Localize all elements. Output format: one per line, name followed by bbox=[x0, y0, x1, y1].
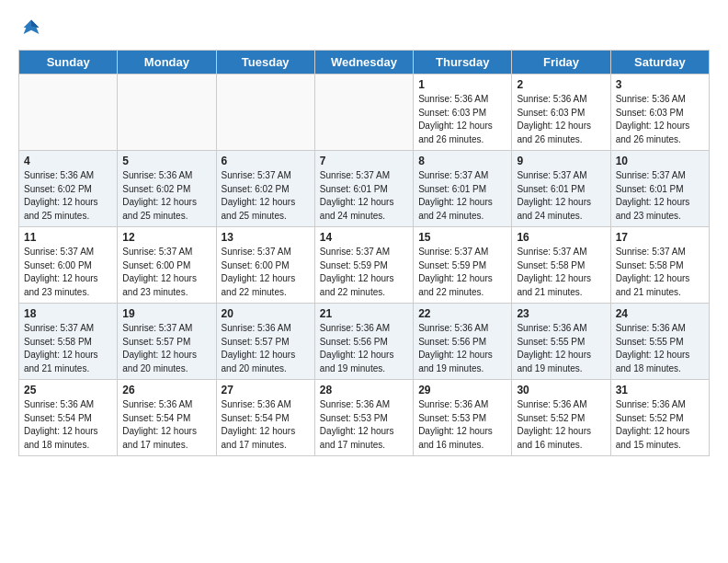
day-info: Sunrise: 5:37 AM Sunset: 6:00 PM Dayligh… bbox=[122, 246, 210, 299]
calendar-cell: 3Sunrise: 5:36 AM Sunset: 6:03 PM Daylig… bbox=[610, 75, 709, 151]
weekday-header-tuesday: Tuesday bbox=[216, 51, 314, 75]
day-number: 30 bbox=[517, 384, 605, 396]
day-number: 11 bbox=[24, 231, 112, 244]
day-number: 12 bbox=[122, 231, 210, 244]
day-number: 26 bbox=[122, 384, 210, 396]
calendar-cell: 4Sunrise: 5:36 AM Sunset: 6:02 PM Daylig… bbox=[19, 151, 118, 227]
day-number: 9 bbox=[517, 155, 605, 167]
calendar-cell bbox=[19, 75, 118, 151]
day-number: 13 bbox=[222, 231, 310, 244]
day-info: Sunrise: 5:36 AM Sunset: 6:02 PM Dayligh… bbox=[24, 169, 112, 223]
day-number: 23 bbox=[517, 307, 605, 320]
calendar-cell: 2Sunrise: 5:36 AM Sunset: 6:03 PM Daylig… bbox=[512, 75, 610, 151]
calendar-cell: 15Sunrise: 5:37 AM Sunset: 5:59 PM Dayli… bbox=[414, 227, 512, 304]
calendar-cell: 19Sunrise: 5:37 AM Sunset: 5:57 PM Dayli… bbox=[118, 304, 216, 380]
day-number: 19 bbox=[122, 307, 210, 320]
calendar-cell: 28Sunrise: 5:36 AM Sunset: 5:53 PM Dayli… bbox=[314, 380, 413, 456]
calendar-cell: 11Sunrise: 5:37 AM Sunset: 6:00 PM Dayli… bbox=[19, 227, 118, 304]
day-number: 17 bbox=[616, 231, 704, 244]
calendar-cell: 17Sunrise: 5:37 AM Sunset: 5:58 PM Dayli… bbox=[610, 227, 709, 304]
day-number: 15 bbox=[418, 231, 506, 244]
calendar-cell: 8Sunrise: 5:37 AM Sunset: 6:01 PM Daylig… bbox=[414, 151, 512, 227]
day-number: 21 bbox=[320, 307, 408, 320]
calendar-cell: 22Sunrise: 5:36 AM Sunset: 5:56 PM Dayli… bbox=[414, 304, 512, 380]
calendar: SundayMondayTuesdayWednesdayThursdayFrid… bbox=[18, 50, 710, 456]
calendar-cell: 9Sunrise: 5:37 AM Sunset: 6:01 PM Daylig… bbox=[512, 151, 610, 227]
logo bbox=[18, 15, 48, 40]
day-number: 1 bbox=[418, 78, 506, 91]
calendar-cell: 7Sunrise: 5:37 AM Sunset: 6:01 PM Daylig… bbox=[314, 151, 413, 227]
day-number: 6 bbox=[222, 155, 310, 167]
day-number: 27 bbox=[222, 384, 310, 396]
weekday-header-friday: Friday bbox=[512, 51, 610, 75]
day-info: Sunrise: 5:37 AM Sunset: 6:01 PM Dayligh… bbox=[418, 169, 506, 223]
calendar-cell: 27Sunrise: 5:36 AM Sunset: 5:54 PM Dayli… bbox=[216, 380, 314, 456]
day-info: Sunrise: 5:37 AM Sunset: 6:02 PM Dayligh… bbox=[222, 169, 310, 223]
calendar-cell: 26Sunrise: 5:36 AM Sunset: 5:54 PM Dayli… bbox=[118, 380, 216, 456]
calendar-cell: 20Sunrise: 5:36 AM Sunset: 5:57 PM Dayli… bbox=[216, 304, 314, 380]
calendar-cell: 14Sunrise: 5:37 AM Sunset: 5:59 PM Dayli… bbox=[314, 227, 413, 304]
day-info: Sunrise: 5:37 AM Sunset: 5:58 PM Dayligh… bbox=[517, 246, 605, 299]
day-number: 24 bbox=[616, 307, 704, 320]
day-info: Sunrise: 5:36 AM Sunset: 5:55 PM Dayligh… bbox=[616, 322, 704, 375]
day-info: Sunrise: 5:36 AM Sunset: 5:56 PM Dayligh… bbox=[320, 322, 408, 375]
weekday-header-saturday: Saturday bbox=[610, 51, 709, 75]
logo-icon bbox=[18, 15, 44, 40]
calendar-cell: 5Sunrise: 5:36 AM Sunset: 6:02 PM Daylig… bbox=[118, 151, 216, 227]
day-number: 14 bbox=[320, 231, 408, 244]
day-number: 4 bbox=[24, 155, 112, 167]
day-number: 18 bbox=[24, 307, 112, 320]
calendar-cell: 25Sunrise: 5:36 AM Sunset: 5:54 PM Dayli… bbox=[19, 380, 118, 456]
calendar-cell bbox=[314, 75, 413, 151]
calendar-cell: 31Sunrise: 5:36 AM Sunset: 5:52 PM Dayli… bbox=[610, 380, 709, 456]
day-info: Sunrise: 5:37 AM Sunset: 6:01 PM Dayligh… bbox=[517, 169, 605, 223]
day-number: 2 bbox=[517, 78, 605, 91]
day-info: Sunrise: 5:36 AM Sunset: 6:03 PM Dayligh… bbox=[418, 93, 506, 146]
day-info: Sunrise: 5:36 AM Sunset: 5:55 PM Dayligh… bbox=[517, 322, 605, 375]
day-number: 16 bbox=[517, 231, 605, 244]
day-info: Sunrise: 5:37 AM Sunset: 5:59 PM Dayligh… bbox=[418, 246, 506, 299]
day-number: 5 bbox=[122, 155, 210, 167]
day-info: Sunrise: 5:36 AM Sunset: 6:03 PM Dayligh… bbox=[616, 93, 704, 146]
day-info: Sunrise: 5:36 AM Sunset: 5:54 PM Dayligh… bbox=[122, 398, 210, 452]
day-info: Sunrise: 5:36 AM Sunset: 5:57 PM Dayligh… bbox=[222, 322, 310, 375]
calendar-cell: 1Sunrise: 5:36 AM Sunset: 6:03 PM Daylig… bbox=[414, 75, 512, 151]
calendar-cell: 29Sunrise: 5:36 AM Sunset: 5:53 PM Dayli… bbox=[414, 380, 512, 456]
day-number: 20 bbox=[222, 307, 310, 320]
day-number: 28 bbox=[320, 384, 408, 396]
day-info: Sunrise: 5:37 AM Sunset: 6:00 PM Dayligh… bbox=[24, 246, 112, 299]
day-number: 22 bbox=[418, 307, 506, 320]
calendar-cell: 30Sunrise: 5:36 AM Sunset: 5:52 PM Dayli… bbox=[512, 380, 610, 456]
svg-marker-1 bbox=[31, 20, 39, 28]
day-number: 7 bbox=[320, 155, 408, 167]
calendar-cell: 18Sunrise: 5:37 AM Sunset: 5:58 PM Dayli… bbox=[19, 304, 118, 380]
weekday-header-monday: Monday bbox=[118, 51, 216, 75]
day-info: Sunrise: 5:37 AM Sunset: 5:58 PM Dayligh… bbox=[24, 322, 112, 375]
day-info: Sunrise: 5:37 AM Sunset: 6:00 PM Dayligh… bbox=[222, 246, 310, 299]
day-info: Sunrise: 5:36 AM Sunset: 5:52 PM Dayligh… bbox=[517, 398, 605, 452]
calendar-cell: 21Sunrise: 5:36 AM Sunset: 5:56 PM Dayli… bbox=[314, 304, 413, 380]
day-info: Sunrise: 5:36 AM Sunset: 6:02 PM Dayligh… bbox=[122, 169, 210, 223]
calendar-cell bbox=[216, 75, 314, 151]
calendar-cell: 10Sunrise: 5:37 AM Sunset: 6:01 PM Dayli… bbox=[610, 151, 709, 227]
calendar-cell bbox=[118, 75, 216, 151]
calendar-cell: 6Sunrise: 5:37 AM Sunset: 6:02 PM Daylig… bbox=[216, 151, 314, 227]
calendar-cell: 12Sunrise: 5:37 AM Sunset: 6:00 PM Dayli… bbox=[118, 227, 216, 304]
calendar-cell: 13Sunrise: 5:37 AM Sunset: 6:00 PM Dayli… bbox=[216, 227, 314, 304]
day-number: 3 bbox=[616, 78, 704, 91]
day-info: Sunrise: 5:36 AM Sunset: 5:56 PM Dayligh… bbox=[418, 322, 506, 375]
day-info: Sunrise: 5:36 AM Sunset: 6:03 PM Dayligh… bbox=[517, 93, 605, 146]
day-number: 25 bbox=[24, 384, 112, 396]
day-info: Sunrise: 5:37 AM Sunset: 6:01 PM Dayligh… bbox=[616, 169, 704, 223]
day-number: 31 bbox=[616, 384, 704, 396]
day-info: Sunrise: 5:37 AM Sunset: 6:01 PM Dayligh… bbox=[320, 169, 408, 223]
day-info: Sunrise: 5:37 AM Sunset: 5:58 PM Dayligh… bbox=[616, 246, 704, 299]
day-number: 10 bbox=[616, 155, 704, 167]
day-number: 29 bbox=[418, 384, 506, 396]
day-info: Sunrise: 5:37 AM Sunset: 5:57 PM Dayligh… bbox=[122, 322, 210, 375]
day-info: Sunrise: 5:36 AM Sunset: 5:52 PM Dayligh… bbox=[616, 398, 704, 452]
calendar-cell: 23Sunrise: 5:36 AM Sunset: 5:55 PM Dayli… bbox=[512, 304, 610, 380]
weekday-header-thursday: Thursday bbox=[414, 51, 512, 75]
day-info: Sunrise: 5:36 AM Sunset: 5:53 PM Dayligh… bbox=[418, 398, 506, 452]
calendar-cell: 16Sunrise: 5:37 AM Sunset: 5:58 PM Dayli… bbox=[512, 227, 610, 304]
